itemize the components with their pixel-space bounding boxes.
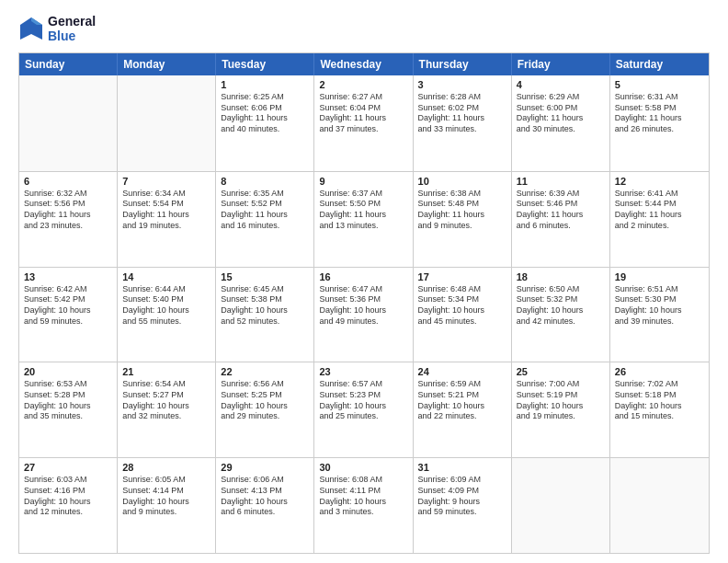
cell-text-line: Sunset: 5:50 PM (319, 199, 407, 210)
cell-text-line: Sunrise: 6:09 AM (418, 475, 506, 486)
calendar-cell-30: 30Sunrise: 6:08 AMSunset: 4:11 PMDayligh… (314, 458, 413, 553)
day-number: 22 (221, 366, 309, 377)
page: General Blue SundayMondayTuesdayWednesda… (0, 0, 728, 563)
header: General Blue (18, 14, 710, 43)
calendar-cell-empty-0-1 (118, 75, 216, 171)
weekday-header-thursday: Thursday (414, 53, 512, 75)
day-number: 2 (319, 79, 407, 90)
calendar-cell-empty-4-5 (512, 458, 610, 553)
cell-text-line: Sunrise: 6:41 AM (615, 189, 704, 200)
cell-text-line: Daylight: 11 hours (319, 113, 407, 124)
cell-text-line: Sunrise: 6:34 AM (122, 189, 210, 200)
day-number: 27 (24, 462, 112, 473)
cell-text-line: Daylight: 10 hours (122, 497, 210, 508)
cell-text-line: Sunrise: 6:59 AM (418, 379, 506, 390)
cell-text-line: Daylight: 11 hours (319, 210, 407, 221)
cell-text-line: Daylight: 11 hours (517, 210, 605, 221)
cell-text-line: and 23 minutes. (24, 221, 112, 232)
cell-text-line: and 26 minutes. (615, 124, 704, 135)
cell-text-line: and 9 minutes. (418, 221, 506, 232)
cell-text-line: Daylight: 10 hours (319, 401, 407, 412)
calendar-cell-14: 14Sunrise: 6:44 AMSunset: 5:40 PMDayligh… (118, 268, 216, 362)
cell-text-line: Sunrise: 6:25 AM (221, 92, 309, 103)
day-number: 1 (221, 79, 309, 90)
cell-text-line: Sunset: 5:46 PM (517, 199, 605, 210)
day-number: 30 (319, 462, 407, 473)
calendar-row-1: 6Sunrise: 6:32 AMSunset: 5:56 PMDaylight… (19, 171, 709, 267)
logo: General Blue (18, 14, 96, 43)
day-number: 3 (418, 79, 506, 90)
day-number: 16 (319, 271, 407, 282)
cell-text-line: Sunrise: 6:35 AM (221, 189, 309, 200)
calendar-cell-17: 17Sunrise: 6:48 AMSunset: 5:34 PMDayligh… (414, 268, 512, 362)
day-number: 26 (615, 366, 704, 377)
cell-text-line: Daylight: 10 hours (122, 305, 210, 316)
calendar-cell-24: 24Sunrise: 6:59 AMSunset: 5:21 PMDayligh… (414, 362, 512, 457)
cell-text-line: and 13 minutes. (319, 221, 407, 232)
cell-text-line: Daylight: 10 hours (319, 305, 407, 316)
cell-text-line: Sunset: 5:19 PM (517, 390, 605, 401)
calendar-header: SundayMondayTuesdayWednesdayThursdayFrid… (19, 53, 709, 75)
cell-text-line: and 42 minutes. (517, 316, 605, 327)
cell-text-line: Sunset: 5:18 PM (615, 390, 704, 401)
cell-text-line: Sunrise: 6:31 AM (615, 92, 704, 103)
cell-text-line: Sunset: 5:21 PM (418, 390, 506, 401)
cell-text-line: Sunrise: 6:51 AM (615, 284, 704, 295)
weekday-header-monday: Monday (118, 53, 216, 75)
calendar-body: 1Sunrise: 6:25 AMSunset: 6:06 PMDaylight… (19, 75, 709, 553)
cell-text-line: Sunrise: 6:48 AM (418, 284, 506, 295)
cell-text-line: Sunrise: 6:06 AM (221, 475, 309, 486)
cell-text-line: Sunset: 5:36 PM (319, 294, 407, 305)
day-number: 20 (24, 366, 112, 377)
cell-text-line: Daylight: 10 hours (517, 305, 605, 316)
cell-text-line: Sunset: 4:14 PM (122, 486, 210, 497)
cell-text-line: and 52 minutes. (221, 316, 309, 327)
cell-text-line: Sunset: 5:48 PM (418, 199, 506, 210)
cell-text-line: and 39 minutes. (615, 316, 704, 327)
weekday-header-wednesday: Wednesday (314, 53, 413, 75)
cell-text-line: Daylight: 10 hours (24, 305, 112, 316)
calendar-cell-6: 6Sunrise: 6:32 AMSunset: 5:56 PMDaylight… (19, 172, 118, 267)
calendar-row-4: 27Sunrise: 6:03 AMSunset: 4:16 PMDayligh… (19, 457, 709, 553)
day-number: 10 (418, 176, 506, 187)
cell-text-line: and 40 minutes. (221, 124, 309, 135)
cell-text-line: and 30 minutes. (517, 124, 605, 135)
calendar-cell-13: 13Sunrise: 6:42 AMSunset: 5:42 PMDayligh… (19, 268, 118, 362)
day-number: 8 (221, 176, 309, 187)
calendar-cell-10: 10Sunrise: 6:38 AMSunset: 5:48 PMDayligh… (414, 172, 512, 267)
calendar-cell-27: 27Sunrise: 6:03 AMSunset: 4:16 PMDayligh… (19, 458, 118, 553)
cell-text-line: Sunrise: 6:08 AM (319, 475, 407, 486)
cell-text-line: Sunset: 6:06 PM (221, 103, 309, 114)
day-number: 7 (122, 176, 210, 187)
cell-text-line: Sunset: 6:02 PM (418, 103, 506, 114)
cell-text-line: and 19 minutes. (122, 221, 210, 232)
day-number: 25 (517, 366, 605, 377)
calendar-cell-9: 9Sunrise: 6:37 AMSunset: 5:50 PMDaylight… (314, 172, 413, 267)
cell-text-line: and 9 minutes. (122, 507, 210, 518)
calendar-row-0: 1Sunrise: 6:25 AMSunset: 6:06 PMDaylight… (19, 75, 709, 171)
calendar-cell-2: 2Sunrise: 6:27 AMSunset: 6:04 PMDaylight… (314, 75, 413, 171)
cell-text-line: Sunset: 4:09 PM (418, 486, 506, 497)
cell-text-line: and 29 minutes. (221, 411, 309, 422)
cell-text-line: and 33 minutes. (418, 124, 506, 135)
cell-text-line: Sunrise: 6:42 AM (24, 284, 112, 295)
calendar-cell-empty-0-0 (19, 75, 118, 171)
cell-text-line: Sunrise: 7:00 AM (517, 379, 605, 390)
cell-text-line: Daylight: 11 hours (221, 113, 309, 124)
cell-text-line: Sunrise: 6:54 AM (122, 379, 210, 390)
calendar-row-3: 20Sunrise: 6:53 AMSunset: 5:28 PMDayligh… (19, 362, 709, 457)
cell-text-line: Sunrise: 7:02 AM (615, 379, 704, 390)
day-number: 19 (615, 271, 704, 282)
cell-text-line: Daylight: 10 hours (319, 497, 407, 508)
cell-text-line: Daylight: 10 hours (221, 497, 309, 508)
day-number: 31 (418, 462, 506, 473)
cell-text-line: and 35 minutes. (24, 411, 112, 422)
cell-text-line: Sunrise: 6:57 AM (319, 379, 407, 390)
cell-text-line: Sunset: 5:52 PM (221, 199, 309, 210)
day-number: 24 (418, 366, 506, 377)
cell-text-line: Sunrise: 6:38 AM (418, 189, 506, 200)
cell-text-line: Daylight: 10 hours (221, 305, 309, 316)
calendar-cell-4: 4Sunrise: 6:29 AMSunset: 6:00 PMDaylight… (512, 75, 610, 171)
calendar-cell-29: 29Sunrise: 6:06 AMSunset: 4:13 PMDayligh… (216, 458, 314, 553)
calendar-row-2: 13Sunrise: 6:42 AMSunset: 5:42 PMDayligh… (19, 267, 709, 362)
